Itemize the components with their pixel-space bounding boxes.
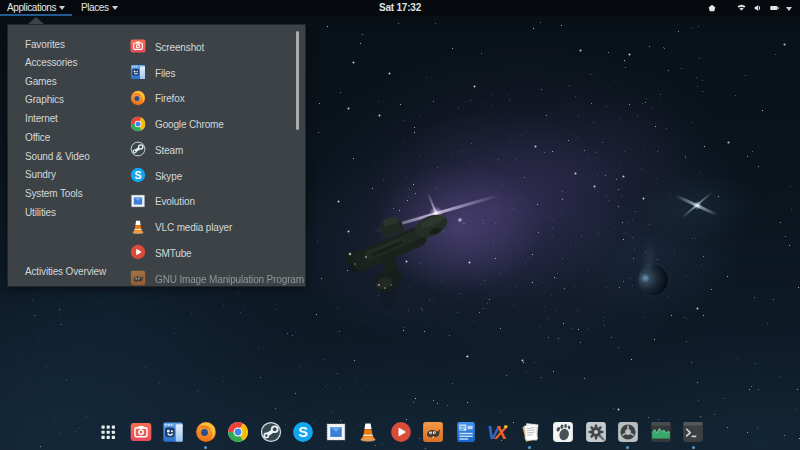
svg-text:X: X [494,422,509,443]
svg-text:S: S [298,424,308,440]
svg-text:S: S [134,169,141,181]
